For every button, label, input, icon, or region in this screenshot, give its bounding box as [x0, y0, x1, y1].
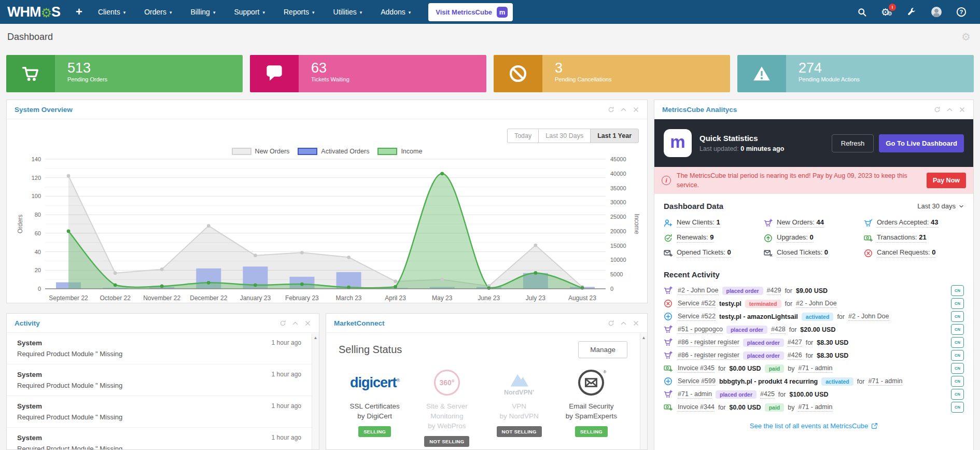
activity-link[interactable]: #71 - admin	[678, 390, 712, 399]
refresh-button[interactable]: Refresh	[832, 134, 874, 152]
product-digicert[interactable]: digicert®SSL Certificatesby DigiCertSELL…	[339, 368, 411, 447]
stat-label: New Clients: 1	[677, 218, 720, 228]
range-button-today[interactable]: Today	[507, 129, 539, 143]
cn-action-button[interactable]: CN	[951, 376, 964, 387]
activity-link[interactable]: #71 - admin	[798, 364, 832, 373]
activity-source: System	[17, 434, 296, 442]
manage-button[interactable]: Manage	[578, 341, 627, 358]
dashboard-settings-gear-icon[interactable]: ⚙	[961, 31, 971, 43]
svg-text:140: 140	[32, 156, 41, 162]
stat-card-pending-orders[interactable]: 513Pending Orders	[6, 55, 243, 92]
legend-item-activated-orders[interactable]: Activated Orders	[298, 148, 369, 155]
collapse-icon[interactable]	[620, 106, 627, 113]
cart-icon	[21, 64, 40, 83]
activity-link[interactable]: #428	[771, 326, 786, 334]
metricscube-tools	[934, 106, 965, 113]
refresh-icon[interactable]	[934, 106, 941, 113]
legend-item-income[interactable]: Income	[377, 148, 422, 155]
activity-link[interactable]: #429	[767, 287, 781, 295]
logo-text-suffix: S	[51, 4, 60, 20]
whmcs-logo[interactable]: WHM⚙S	[7, 4, 60, 20]
menu-item-orders[interactable]: Orders▾	[144, 8, 172, 16]
legend-item-new-orders[interactable]: New Orders	[232, 148, 290, 155]
menu-item-support[interactable]: Support▾	[234, 8, 265, 16]
close-icon[interactable]	[633, 320, 639, 327]
activity-link[interactable]: #86 - register register	[678, 339, 739, 347]
activity-link[interactable]: #71 - admin	[868, 377, 902, 386]
collapse-icon[interactable]	[946, 106, 953, 113]
search-icon[interactable]	[857, 7, 867, 17]
visit-metricscube-button[interactable]: Visit MetricsCube m	[428, 3, 513, 21]
product-monitoring360[interactable]: 360°Site & Server Monitoringby WebProsNO…	[411, 368, 483, 447]
cn-action-button[interactable]: CN	[951, 402, 964, 413]
product-spamexperts[interactable]: ®Email Securityby SpamExpertsSELLING	[555, 368, 627, 447]
activity-link[interactable]: #51 - pogpogco	[678, 326, 723, 334]
menu-item-utilities[interactable]: Utilities▾	[333, 8, 362, 16]
cn-action-button[interactable]: CN	[951, 285, 964, 296]
product-nordvpn[interactable]: NordVPN’VPNby NordVPNNOT SELLING	[483, 368, 555, 447]
automation-gears-icon[interactable]: ⚙⚙!	[881, 7, 892, 17]
activity-link[interactable]: #427	[788, 339, 802, 347]
cn-action-button[interactable]: CN	[951, 350, 964, 361]
refresh-icon[interactable]	[279, 320, 286, 327]
stat-upgrades: Upgrades: 0	[764, 233, 864, 243]
cn-action-button[interactable]: CN	[951, 337, 964, 348]
close-icon[interactable]	[304, 320, 311, 327]
cn-action-button[interactable]: CN	[951, 298, 964, 309]
menu-item-clients[interactable]: Clients▾	[98, 8, 125, 16]
cn-action-button[interactable]: CN	[951, 363, 964, 374]
cn-action-button[interactable]: CN	[951, 311, 964, 322]
collapse-icon[interactable]	[292, 320, 299, 327]
avatar[interactable]	[931, 7, 942, 17]
marketconnect-scrollbar[interactable]: ▲	[640, 333, 647, 449]
refresh-icon[interactable]	[608, 320, 614, 327]
trial-alert: i The MetricsCube trial period is nearin…	[654, 167, 973, 194]
range-dropdown[interactable]: Last 30 days	[917, 202, 964, 210]
quick-add-icon[interactable]: +	[76, 5, 82, 19]
stat-card-value: 63	[311, 61, 486, 75]
cn-action-button[interactable]: CN	[951, 324, 964, 335]
metricscube-footer-link[interactable]: See the list of all events at MetricsCub…	[664, 422, 964, 430]
svg-text:35000: 35000	[610, 185, 626, 191]
collapse-icon[interactable]	[620, 320, 627, 327]
svg-text:30000: 30000	[610, 199, 626, 205]
activity-list: SystemRequired Product Module " Missing1…	[7, 333, 319, 450]
activity-link[interactable]: Service #522	[678, 300, 716, 308]
activity-link[interactable]: #86 - register register	[678, 351, 739, 360]
activity-link[interactable]: #2 - John Doe	[848, 313, 889, 321]
activity-link[interactable]: #426	[788, 351, 802, 360]
cn-action-button[interactable]: CN	[951, 389, 964, 400]
range-button-last-1-year[interactable]: Last 1 Year	[590, 129, 639, 143]
activity-link[interactable]: Service #522	[678, 313, 716, 321]
stat-card-pending-module-actions[interactable]: 274Pending Module Actions	[737, 55, 974, 92]
stat-card-tickets-waiting[interactable]: 63Tickets Waiting	[250, 55, 486, 92]
stat-label: Cancel Requests: 0	[877, 248, 935, 258]
range-button-last-30-days[interactable]: Last 30 Days	[538, 129, 591, 143]
wrench-icon[interactable]	[906, 7, 917, 17]
svg-text:June 23: June 23	[478, 294, 500, 302]
pay-now-button[interactable]: Pay Now	[927, 173, 966, 188]
activity-link[interactable]: Service #599	[678, 377, 716, 386]
activity-link[interactable]: #2 - John Doe	[796, 300, 837, 308]
stat-card-value: 274	[799, 61, 974, 75]
activity-link[interactable]: #2 - John Doe	[678, 287, 719, 295]
status-badge: activated	[802, 313, 834, 321]
chevron-down-icon	[959, 204, 964, 209]
menu-item-reports[interactable]: Reports▾	[284, 8, 315, 16]
activity-scrollbar[interactable]: ▲	[312, 333, 319, 449]
activity-link[interactable]: #425	[760, 390, 775, 399]
menu-item-addons[interactable]: Addons▾	[381, 8, 411, 16]
refresh-icon[interactable]	[608, 106, 614, 113]
activity-link[interactable]: Invoice #345	[678, 364, 715, 373]
activity-link[interactable]: Invoice #344	[678, 403, 715, 412]
x-circle-icon	[664, 299, 673, 308]
close-icon[interactable]	[959, 106, 965, 113]
stat-card-pending-cancellations[interactable]: 3Pending Cancellations	[494, 55, 730, 92]
activity-bold-text: testy.pl - amazonLightsail	[719, 313, 798, 320]
go-to-live-dashboard-button[interactable]: Go To Live Dashboard	[879, 134, 964, 152]
help-icon[interactable]: ?	[956, 7, 967, 17]
menu-item-billing[interactable]: Billing▾	[191, 8, 216, 16]
activity-link[interactable]: #71 - admin	[798, 403, 832, 412]
close-icon[interactable]	[633, 106, 639, 113]
svg-text:60: 60	[35, 230, 41, 236]
